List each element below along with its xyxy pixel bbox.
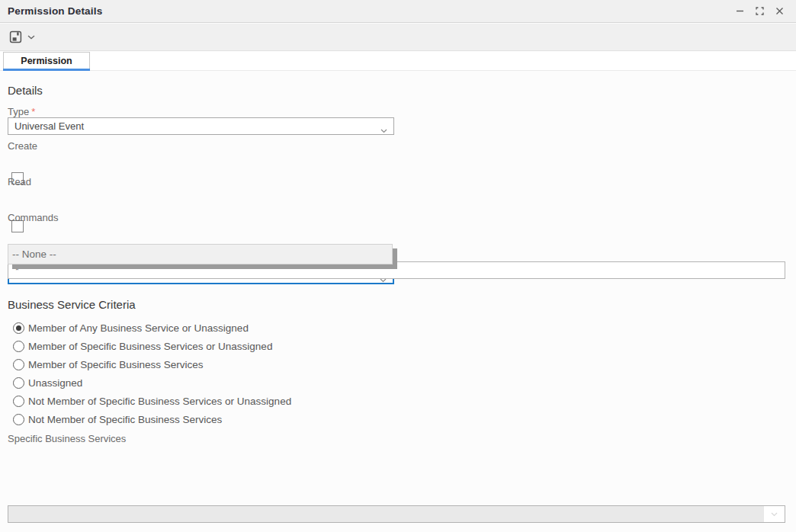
radio-option-row: Unassigned (13, 377, 82, 389)
type-select[interactable]: Universal Event (8, 117, 394, 135)
radio-label: Not Member of Specific Business Services… (28, 396, 291, 407)
form-content: Details Type* Universal Event Create Rea… (0, 72, 796, 532)
radio-label: Member of Any Business Service or Unassi… (28, 322, 249, 334)
create-label: Create (8, 140, 37, 152)
chevron-down-icon (27, 35, 35, 40)
chevron-down-icon (380, 124, 387, 136)
radio-option-row: Not Member of Specific Business Services (13, 413, 222, 426)
radio-option-row: Member of Any Business Service or Unassi… (13, 322, 249, 335)
radio-button[interactable] (13, 341, 24, 352)
minimize-button[interactable] (730, 2, 749, 21)
business-service-criteria-heading: Business Service Criteria (8, 298, 136, 311)
radio-option-row: Member of Specific Business Services or … (13, 340, 272, 353)
radio-option-row: Member of Specific Business Services (13, 358, 204, 371)
radio-option-row: Not Member of Specific Business Services… (13, 395, 291, 408)
read-label: Read (8, 176, 31, 187)
window-title: Permission Details (8, 5, 102, 17)
chevron-down-icon (771, 512, 778, 517)
specific-business-services-field (8, 505, 785, 523)
dropdown-option-none[interactable]: -- None -- (8, 245, 392, 264)
tab-active-underline (3, 69, 90, 71)
details-heading: Details (8, 84, 43, 97)
minimize-icon (736, 7, 744, 15)
tab-permission[interactable]: Permission (3, 52, 90, 69)
disabled-picker-button (764, 506, 785, 522)
type-label: Type (8, 106, 29, 117)
window-controls (730, 2, 796, 21)
radio-button[interactable] (13, 359, 24, 370)
radio-label: Member of Specific Business Services (28, 359, 204, 370)
specific-business-services-label: Specific Business Services (8, 433, 126, 444)
radio-button[interactable] (13, 377, 24, 389)
radio-button[interactable] (13, 322, 24, 334)
required-asterisk: * (31, 106, 35, 117)
radio-label: Not Member of Specific Business Services (28, 414, 222, 425)
close-icon (775, 7, 784, 15)
save-button[interactable] (7, 27, 37, 47)
radio-label: Unassigned (28, 377, 82, 389)
save-icon (9, 30, 22, 43)
radio-label: Member of Specific Business Services or … (28, 341, 272, 352)
title-bar: Permission Details (0, 0, 796, 23)
maximize-button[interactable] (749, 2, 769, 21)
save-menu-button[interactable] (27, 35, 35, 40)
radio-button[interactable] (13, 414, 24, 425)
type-select-value: Universal Event (14, 120, 84, 132)
commands-dropdown-panel: -- None -- (8, 244, 393, 264)
type-label-row: Type* (8, 104, 35, 118)
radio-button[interactable] (13, 396, 24, 407)
permission-details-window: Permission Details Perm (0, 0, 796, 532)
commands-label: Commands (8, 212, 58, 223)
toolbar (0, 24, 796, 51)
maximize-icon (756, 7, 764, 15)
tab-bar: Permission (0, 52, 796, 71)
close-button[interactable] (769, 2, 789, 21)
